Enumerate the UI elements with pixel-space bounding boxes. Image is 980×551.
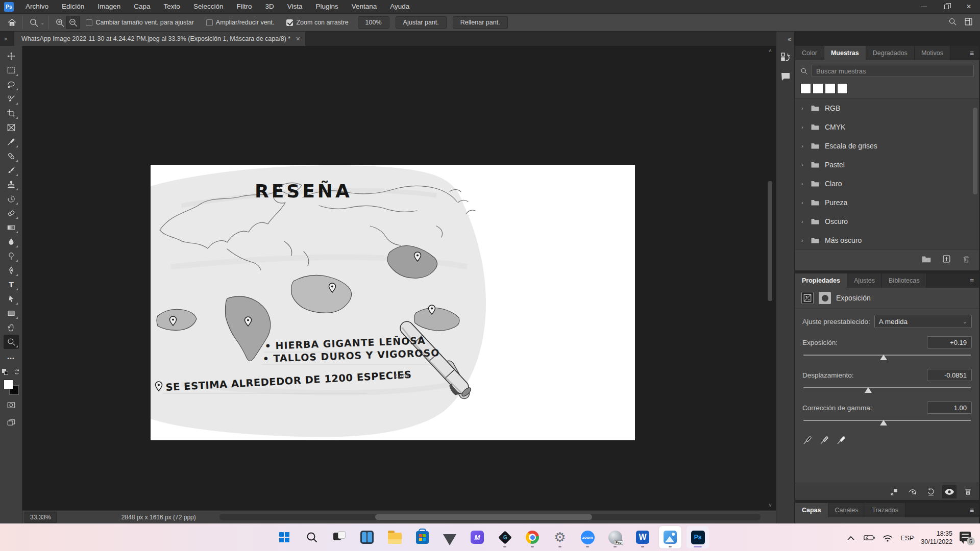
notification-center-button[interactable]: 5 <box>960 531 973 544</box>
marquee-tool[interactable] <box>4 63 19 78</box>
workspace-switcher-icon[interactable] <box>964 17 973 28</box>
menu-ayuda[interactable]: Ayuda <box>383 0 416 13</box>
tab-degradados[interactable]: Degradados <box>866 46 915 60</box>
blur-tool[interactable] <box>4 235 19 249</box>
g-app-button[interactable]: G <box>494 526 516 548</box>
google-earth-pro-button[interactable]: Pro <box>604 526 626 548</box>
close-document-icon[interactable]: ✕ <box>296 36 300 42</box>
zoom-tool-icon[interactable] <box>27 16 40 29</box>
delete-swatch-icon[interactable] <box>962 255 971 264</box>
new-group-icon[interactable] <box>921 255 932 263</box>
swap-colors-icon[interactable] <box>13 368 20 375</box>
swatch-group-grises[interactable]: › Escala de grises <box>795 136 979 155</box>
clone-stamp-tool[interactable] <box>4 178 19 192</box>
offset-value-field[interactable]: -0.0851 <box>927 369 972 381</box>
white-point-eyedropper-icon[interactable] <box>836 435 846 445</box>
color-swatch[interactable] <box>837 83 848 94</box>
search-icon[interactable] <box>948 17 957 28</box>
panel-menu-icon[interactable]: ≡ <box>970 46 979 60</box>
file-explorer-button[interactable] <box>383 526 406 548</box>
battery-icon[interactable] <box>864 532 875 543</box>
tab-color[interactable]: Color <box>795 46 824 60</box>
exposure-slider[interactable] <box>802 353 972 361</box>
view-previous-state-icon[interactable] <box>905 485 920 498</box>
offset-slider[interactable] <box>802 385 972 393</box>
photoshop-taskbar-button[interactable]: Ps <box>687 526 709 548</box>
swatch-search-input[interactable] <box>812 65 974 77</box>
lasso-tool[interactable] <box>4 78 19 92</box>
swatch-group-claro[interactable]: › Claro <box>795 174 979 193</box>
photoshop-app-icon[interactable]: Ps <box>4 2 14 12</box>
foreground-color-swatch[interactable] <box>4 380 13 389</box>
tab-propiedades[interactable]: Propiedades <box>795 273 847 288</box>
restore-button[interactable] <box>935 0 958 13</box>
menu-imagen[interactable]: Imagen <box>91 0 127 13</box>
checkbox-zoom-all-windows[interactable]: Ampliar/reducir vent. <box>206 19 275 26</box>
tab-motivos[interactable]: Motivos <box>915 46 950 60</box>
horizontal-scrollbar-thumb[interactable] <box>375 514 592 520</box>
color-swatch[interactable] <box>825 83 836 94</box>
new-swatch-icon[interactable] <box>942 254 951 264</box>
menu-vista[interactable]: Vista <box>281 0 309 13</box>
chevron-right-icon[interactable]: › <box>801 143 805 149</box>
offset-slider-thumb[interactable] <box>865 387 872 393</box>
swatch-group-mas-oscuro[interactable]: › Más oscuro <box>795 231 979 249</box>
visibility-eye-icon[interactable] <box>942 485 957 498</box>
menu-plugins[interactable]: Plugins <box>309 0 345 13</box>
panel-menu-icon[interactable]: ≡ <box>970 503 979 517</box>
gradient-tool[interactable] <box>4 220 19 235</box>
vertical-scrollbar[interactable]: ˄ ˅ <box>766 46 775 510</box>
default-colors-icon[interactable] <box>2 369 8 375</box>
color-swatch[interactable] <box>800 83 811 94</box>
clip-to-layer-icon[interactable] <box>887 485 901 498</box>
chevron-right-icon[interactable]: › <box>801 199 805 206</box>
zoom-percent-field[interactable]: 100% <box>358 16 389 29</box>
panel-menu-icon[interactable]: ≡ <box>970 273 979 288</box>
chevron-right-icon[interactable]: › <box>801 124 805 130</box>
crop-tool[interactable] <box>4 106 19 120</box>
scroll-up-icon[interactable]: ˄ <box>766 48 775 54</box>
delete-adjustment-icon[interactable] <box>961 485 975 498</box>
menu-seleccion[interactable]: Selección <box>187 0 230 13</box>
black-point-eyedropper-icon[interactable] <box>802 435 813 445</box>
gamma-slider[interactable] <box>802 418 972 426</box>
swatch-group-pastel[interactable]: › Pastel <box>795 155 979 174</box>
history-panel-icon[interactable] <box>779 51 792 63</box>
vertical-scrollbar-thumb[interactable] <box>768 181 772 301</box>
tab-trazados[interactable]: Trazados <box>865 503 905 517</box>
menu-texto[interactable]: Texto <box>157 0 187 13</box>
exposure-slider-thumb[interactable] <box>880 355 887 360</box>
color-swatch[interactable] <box>813 83 823 94</box>
clock[interactable]: 18:35 30/11/2022 <box>921 530 952 546</box>
zoom-out-icon[interactable] <box>66 16 80 29</box>
hidden-icons-chevron[interactable] <box>845 532 856 543</box>
minimize-button[interactable] <box>913 0 935 13</box>
dodge-tool[interactable] <box>4 249 19 263</box>
shape-tool[interactable] <box>4 306 19 320</box>
eyedropper-tool[interactable] <box>4 135 19 149</box>
screen-mode-icon[interactable] <box>4 415 19 430</box>
brush-tool[interactable] <box>4 163 19 178</box>
foreground-background-swatches[interactable] <box>4 380 19 395</box>
preset-dropdown[interactable]: A medida ⌄ <box>874 315 972 328</box>
word-button[interactable]: W <box>631 526 654 548</box>
move-tool[interactable] <box>4 49 19 63</box>
tool-preset-chevron-icon[interactable]: ⌄ <box>40 20 44 26</box>
swatch-list-scrollbar[interactable] <box>972 101 978 247</box>
canvas-viewport[interactable]: RESEÑA • HIERBA GIGANTE LEÑOSA • TALLOS … <box>22 46 776 510</box>
photos-app-button[interactable] <box>659 526 681 548</box>
menu-capa[interactable]: Capa <box>127 0 157 13</box>
menu-filtro[interactable]: Filtro <box>230 0 258 13</box>
tab-ajustes[interactable]: Ajustes <box>847 273 882 288</box>
horizontal-scrollbar[interactable] <box>219 514 761 520</box>
toolbar-expand-icon[interactable]: » <box>0 32 14 46</box>
microsoft-store-button[interactable] <box>411 526 433 548</box>
gamma-value-field[interactable]: 1.00 <box>927 402 972 414</box>
path-selection-tool[interactable] <box>4 292 19 306</box>
settings-button[interactable]: ⚙ <box>549 526 571 548</box>
task-view-button[interactable] <box>328 526 351 548</box>
zoom-tool[interactable] <box>4 335 19 349</box>
close-button[interactable]: ✕ <box>958 0 980 13</box>
layer-mask-icon[interactable] <box>819 292 831 304</box>
tab-muestras[interactable]: Muestras <box>824 46 866 60</box>
